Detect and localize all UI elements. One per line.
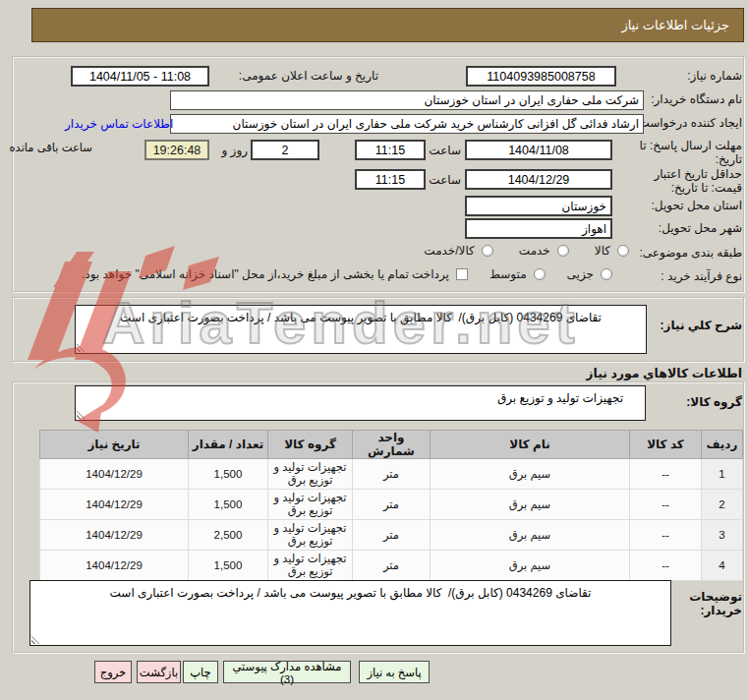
medium-radio[interactable]: [534, 268, 546, 280]
exit-button[interactable]: خروج: [94, 661, 132, 683]
cell-need-date: 1404/12/29: [40, 459, 189, 490]
option-medium[interactable]: متوسط: [489, 267, 546, 281]
remaining-days-field[interactable]: [251, 140, 319, 160]
option-service[interactable]: خدمت: [519, 244, 569, 258]
treasury-checkbox-label: پرداخت تمام یا بخشی از مبلغ خرید،از محل …: [82, 267, 449, 281]
view-attachments-button[interactable]: مشاهده مدارک پیوستي (3): [223, 661, 351, 683]
need-number-field[interactable]: [466, 66, 616, 87]
cell-unit: متر: [353, 551, 431, 581]
deadline-date-field[interactable]: [465, 140, 612, 160]
col-goods-code: کد کالا: [630, 431, 702, 459]
announce-datetime-field[interactable]: [71, 66, 209, 87]
option-goods-service[interactable]: کالا/خدمت: [424, 244, 492, 258]
col-goods-group: گروه کالا: [268, 431, 353, 459]
table-row: 4 -- سیم برق متر تجهیزات تولید و توزیع ب…: [40, 551, 743, 581]
goods-group-label: گروه کالا:: [686, 395, 742, 409]
buyer-contact-link[interactable]: اطلاعات تماس خریدار: [65, 117, 173, 131]
cell-goods-group: تجهیزات تولید و توزیع برق: [268, 490, 353, 520]
service-radio-label: خدمت: [519, 244, 550, 258]
goods-service-radio[interactable]: [482, 245, 493, 257]
cell-row-index: 2: [702, 490, 743, 520]
need-description-label: شرح کلي نیاز:: [661, 319, 742, 332]
back-button[interactable]: بازگشت: [137, 661, 181, 683]
need-number-label: شماره نیاز:: [687, 69, 742, 83]
cell-need-date: 1404/12/29: [40, 490, 189, 520]
goods-radio-label: کالا: [595, 244, 610, 258]
cell-goods-name: سیم برق: [431, 520, 630, 551]
cell-quantity: 1,500: [189, 490, 268, 520]
buyer-notes-textarea[interactable]: تقاضای 0434269 (کابل برق)/ کالا مطابق با…: [29, 580, 671, 646]
announce-datetime-label: تاریخ و ساعت اعلان عمومی:: [239, 69, 378, 83]
respond-to-need-button[interactable]: پاسخ به نیاز: [359, 661, 430, 683]
price-validity-label: حداقل تاریخ اعتبار قیمت: تا تاریخ:: [622, 167, 742, 195]
cell-quantity: 1,500: [189, 551, 268, 581]
process-type-options: جزيی متوسط پرداخت تمام یا بخشی از مبلغ خ…: [82, 267, 612, 281]
col-row-index: ردیف: [702, 431, 743, 459]
treasury-payment-option[interactable]: پرداخت تمام یا بخشی از مبلغ خرید،از محل …: [82, 267, 468, 281]
minor-radio-label: جزيی: [567, 267, 594, 281]
need-description-textarea[interactable]: تقاضای 0434269 (کابل برق)/ کالا مطابق با…: [75, 305, 647, 354]
goods-group-textarea[interactable]: تجهیزات تولید و توزیع برق: [75, 385, 646, 421]
cell-unit: متر: [353, 520, 431, 551]
need-description-area: تقاضای 0434269 (کابل برق)/ کالا مطابق با…: [75, 305, 647, 354]
cell-goods-code: --: [630, 459, 702, 490]
cell-unit: متر: [353, 459, 431, 490]
cell-goods-group: تجهیزات تولید و توزیع برق: [268, 520, 353, 551]
cell-quantity: 1,500: [189, 459, 268, 490]
print-button[interactable]: چاپ: [183, 661, 218, 683]
deadline-hour-label: ساعت: [429, 144, 461, 157]
goods-table: ردیف کد کالا نام کالا واحد شمارش گروه کا…: [39, 430, 743, 581]
delivery-city-field[interactable]: [465, 218, 612, 239]
buyer-name-label: نام دستگاه خریدار:: [651, 92, 742, 106]
buyer-name-field[interactable]: [170, 90, 644, 110]
option-goods[interactable]: کالا: [595, 244, 629, 258]
cell-goods-code: --: [630, 520, 702, 551]
cell-unit: متر: [353, 490, 431, 520]
cell-need-date: 1404/12/29: [40, 551, 189, 581]
buyer-notes-label: توضیحات خریدار:: [671, 590, 742, 617]
goods-info-section-header: اطلاعات کالاهاي مورد نیاز: [586, 366, 742, 380]
cell-goods-group: تجهیزات تولید و توزیع برق: [268, 459, 353, 490]
delivery-province-label: استان محل تحویل:: [652, 199, 742, 212]
table-header-row: ردیف کد کالا نام کالا واحد شمارش گروه کا…: [40, 431, 743, 459]
table-row: 1 -- سیم برق متر تجهیزات تولید و توزیع ب…: [40, 459, 743, 490]
need-details-page: جزئیات اطلاعات نیاز شماره نیاز: تاریخ و …: [0, 0, 748, 700]
cell-goods-name: سیم برق: [431, 551, 630, 581]
option-minor[interactable]: جزيی: [567, 267, 612, 281]
days-and-label: روز و: [221, 144, 248, 157]
subject-classification-options: کالا خدمت کالا/خدمت: [424, 244, 629, 258]
goods-service-radio-label: کالا/خدمت: [424, 244, 474, 258]
cell-need-date: 1404/12/29: [40, 520, 189, 551]
cell-row-index: 1: [702, 459, 743, 490]
table-row: 2 -- سیم برق متر تجهیزات تولید و توزیع ب…: [40, 490, 743, 520]
buyer-notes-area: تقاضای 0434269 (کابل برق)/ کالا مطابق با…: [29, 580, 671, 646]
deadline-time-field[interactable]: [355, 140, 426, 160]
validity-hour-label: ساعت: [429, 173, 461, 187]
page-title: جزئیات اطلاعات نیاز: [31, 8, 744, 42]
validity-date-field[interactable]: [465, 169, 612, 190]
goods-radio[interactable]: [617, 245, 629, 257]
requester-label: ایجاد کننده درخواست:: [635, 116, 742, 130]
treasury-checkbox[interactable]: [456, 268, 468, 280]
delivery-province-field[interactable]: [465, 196, 612, 216]
cell-goods-group: تجهیزات تولید و توزیع برق: [268, 551, 353, 581]
col-quantity: تعداد / مقدار: [189, 431, 268, 459]
cell-goods-name: سیم برق: [431, 490, 630, 520]
countdown-timer: 19:26:48: [144, 140, 209, 160]
subject-classification-label: طبقه بندی موضوعی:: [639, 246, 742, 260]
col-unit: واحد شمارش: [353, 431, 431, 459]
validity-time-field[interactable]: [355, 169, 426, 190]
table-row: 3 -- سیم برق متر تجهیزات تولید و توزیع ب…: [40, 520, 743, 551]
medium-radio-label: متوسط: [489, 267, 527, 281]
cell-goods-code: --: [630, 490, 702, 520]
delivery-city-label: شهر محل تحویل:: [659, 221, 742, 235]
cell-quantity: 2,500: [189, 520, 268, 551]
cell-row-index: 4: [702, 551, 743, 581]
requester-field[interactable]: [170, 114, 644, 134]
goods-group-area: تجهیزات تولید و توزیع برق: [75, 385, 646, 421]
cell-row-index: 3: [702, 520, 743, 551]
cell-goods-code: --: [630, 551, 702, 581]
minor-radio[interactable]: [601, 268, 612, 280]
service-radio[interactable]: [557, 245, 569, 257]
deadline-label: مهلت ارسال پاسخ: تا تاریخ:: [622, 139, 742, 166]
